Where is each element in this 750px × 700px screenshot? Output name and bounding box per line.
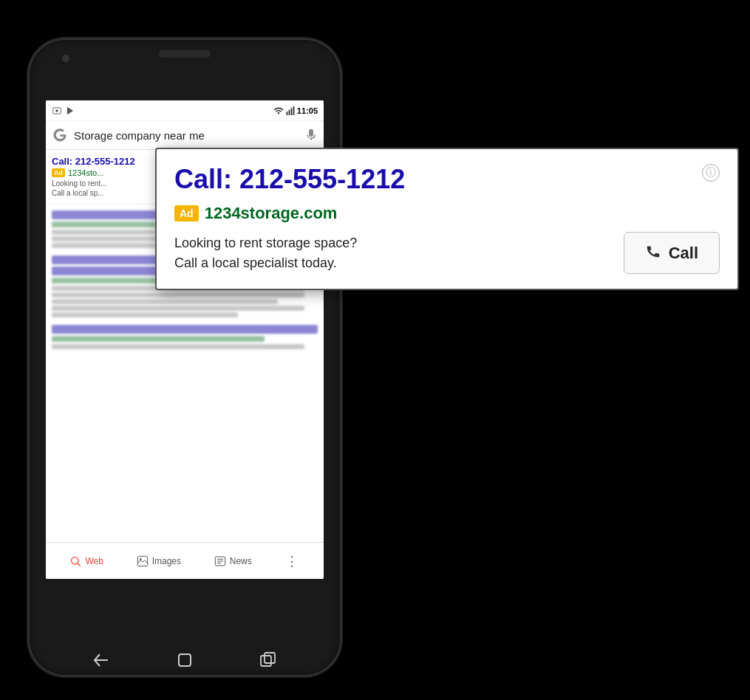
- back-icon: [93, 653, 109, 667]
- svg-line-8: [78, 563, 81, 566]
- popup-body-row: Looking to rent storage space? Call a lo…: [174, 232, 720, 274]
- blurred-text-2d: [52, 306, 304, 311]
- phone-top-hardware: [30, 40, 340, 62]
- status-icons-left: [52, 106, 75, 116]
- search-bar[interactable]: Storage company near me: [46, 121, 324, 150]
- popup-desc-line1: Looking to rent storage space?: [174, 233, 357, 253]
- home-button[interactable]: [174, 653, 196, 668]
- phone-tabs: Web Images News ⋮: [46, 542, 324, 579]
- status-right: 11:05: [273, 106, 318, 116]
- tab-images[interactable]: Images: [137, 555, 181, 567]
- popup-desc-line2: Call a local specialist today.: [174, 253, 357, 273]
- search-query[interactable]: Storage company near me: [74, 129, 299, 142]
- blurred-text-2c: [52, 299, 278, 304]
- tab-news[interactable]: News: [214, 555, 252, 567]
- svg-rect-16: [179, 654, 191, 666]
- blurred-text-3a: [52, 344, 304, 349]
- tab-web-label: Web: [85, 556, 103, 566]
- popup-url[interactable]: 1234storage.com: [205, 204, 338, 223]
- blurred-text-2b: [52, 292, 304, 298]
- search-tab-icon: [69, 555, 81, 567]
- images-tab-icon: [137, 555, 149, 567]
- svg-rect-18: [265, 653, 275, 663]
- tab-more[interactable]: ⋮: [285, 553, 300, 569]
- popup-description: Looking to rent storage space? Call a lo…: [174, 233, 357, 273]
- google-g-icon: [52, 127, 68, 143]
- svg-rect-17: [261, 656, 271, 666]
- home-icon: [177, 652, 193, 668]
- blurred-text-2e: [52, 312, 238, 318]
- call-phone-icon: [645, 243, 661, 263]
- news-tab-icon: [214, 555, 226, 567]
- phone-nav-buttons: [30, 653, 340, 668]
- info-icon[interactable]: ⓘ: [702, 164, 720, 182]
- svg-rect-3: [286, 111, 287, 115]
- svg-rect-4: [288, 109, 290, 114]
- phone-camera: [62, 55, 69, 62]
- tab-web[interactable]: Web: [69, 555, 103, 567]
- recent-apps-button[interactable]: [257, 653, 279, 668]
- call-button-label: Call: [669, 244, 698, 263]
- popup-phone-number[interactable]: Call: 212-555-1212: [174, 164, 405, 195]
- recent-icon: [260, 652, 276, 668]
- status-bar: 11:05: [46, 100, 324, 121]
- phone-mockup: 11:05 Storage company near me Call: 212-…: [30, 40, 340, 675]
- tab-images-label: Images: [152, 556, 181, 566]
- svg-marker-2: [67, 106, 73, 114]
- popup-ad-badge: Ad: [174, 205, 199, 222]
- svg-point-1: [55, 109, 58, 112]
- phone-handset-icon: [645, 243, 661, 259]
- wifi-icon: [273, 106, 284, 116]
- blurred-title-3: [52, 325, 318, 334]
- more-dots-icon: ⋮: [285, 553, 300, 569]
- signal-icon: [286, 106, 295, 116]
- tab-news-label: News: [230, 556, 252, 566]
- phone-ad-badge: Ad: [52, 168, 65, 177]
- back-button[interactable]: [90, 653, 112, 668]
- popup-url-row: Ad 1234storage.com: [174, 204, 720, 223]
- svg-rect-6: [293, 106, 294, 115]
- svg-rect-5: [290, 108, 292, 115]
- photo-icon: [52, 106, 62, 116]
- phone-speaker: [159, 50, 211, 58]
- blurred-result-3: [52, 325, 318, 349]
- phone-ad-url: 1234sto...: [68, 168, 103, 177]
- call-button[interactable]: Call: [624, 232, 720, 274]
- media-icon: [65, 106, 75, 116]
- blurred-url-3: [52, 336, 265, 342]
- mic-icon[interactable]: [304, 128, 318, 142]
- status-time: 11:05: [297, 106, 318, 115]
- ad-popup: Call: 212-555-1212 ⓘ Ad 1234storage.com …: [155, 148, 739, 290]
- svg-point-7: [72, 557, 78, 563]
